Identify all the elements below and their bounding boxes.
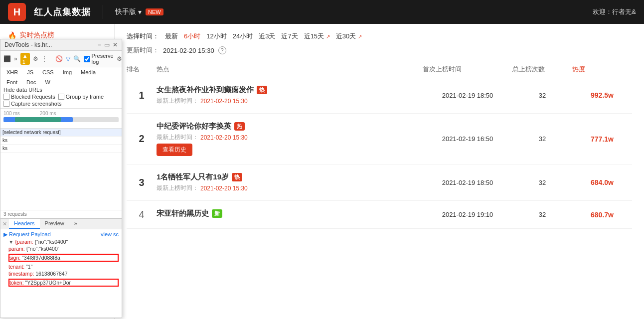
devtools-more-icon[interactable]: »: [14, 54, 17, 63]
item-subtitle-2: 最新上榜时间： 2021-02-20 15:30: [157, 133, 423, 142]
tab-headers[interactable]: Headers: [9, 219, 40, 229]
devtools-close-btn[interactable]: ✕: [113, 41, 118, 48]
help-icon[interactable]: ?: [218, 46, 226, 54]
rank-1: 1: [127, 90, 157, 101]
time-opt-3d[interactable]: 近3天: [259, 32, 275, 41]
item-subtitle-1: 最新上榜时间： 2021-02-20 15:30: [157, 97, 423, 105]
welcome-text: 欢迎：行者无&: [593, 7, 636, 16]
group-frame-checkbox[interactable]: [58, 94, 64, 100]
filter-tab-img[interactable]: Img: [60, 69, 75, 76]
payload-key-0: {param:: [15, 239, 33, 245]
time-opt-24h[interactable]: 24小时: [233, 32, 253, 41]
payload-title: ▶ Request Payload view sc: [3, 231, 119, 238]
hot-item-3: 3 1名牺牲军人只有19岁 热 最新上榜时间： 2021-02-20 15:30…: [127, 164, 632, 201]
payload-row-timestamp: timestamp: 16138067847: [8, 271, 119, 277]
request-item-1[interactable]: [selected network request]: [0, 129, 122, 137]
payload-row-tenant: tenant: "1": [8, 264, 119, 270]
preserve-log-label[interactable]: Preserve log: [84, 53, 114, 65]
item-title-4: 宋亚轩的黑历史 新: [157, 209, 423, 218]
devtools-bottom-panel: ✕ Headers Preview » ▶ Request Payload vi…: [0, 218, 122, 318]
devtools-titlebar: DevTools - ks.hr... − ▭ ✕: [0, 39, 122, 51]
devtools-minimize-btn[interactable]: −: [98, 41, 101, 48]
devtools-block-icon[interactable]: 🚫: [55, 54, 63, 63]
preserve-log-text: Preserve log: [92, 53, 114, 65]
devtools-settings-icon[interactable]: ⚙: [33, 54, 38, 63]
devtools-search-icon[interactable]: 🔍: [73, 54, 81, 63]
payload-tree: ▼ {param: {"no":"ks0400" param: {"no":"k…: [3, 239, 119, 288]
payload-val-token: "Y2Spp37UGn+Dor: [24, 280, 71, 286]
col-heat: 热度: [572, 65, 632, 74]
time-opt-6h[interactable]: 6小时: [184, 32, 200, 41]
warning-badge: ▲ 1: [20, 53, 30, 65]
nav-label: 快手版: [115, 7, 136, 16]
time-opt-latest[interactable]: 最新: [165, 32, 178, 41]
header-divider: [103, 5, 103, 19]
devtools-back-icon[interactable]: ⬛: [3, 54, 11, 63]
subtitle-time-3: 2021-02-20 15:30: [200, 185, 248, 192]
filter-type-row: XHR JS CSS Img Media Font Doc W: [3, 69, 119, 86]
devtools-filter-row: XHR JS CSS Img Media Font Doc W Hide dat…: [0, 67, 122, 109]
filter-tab-xhr[interactable]: XHR: [3, 69, 21, 76]
filter-options-row3: Capture screenshots: [3, 101, 119, 107]
time-opt-12h[interactable]: 12小时: [206, 32, 226, 41]
devtools-title-right: − ▭ ✕: [98, 41, 118, 48]
filter-tab-css[interactable]: CSS: [39, 69, 57, 76]
payload-val-1: {"no":"ks0400': [25, 246, 59, 252]
filter-tab-media[interactable]: Media: [78, 69, 99, 76]
payload-section-label: ▶ Request Payload: [3, 231, 51, 238]
item-title-2: 中纪委评论你好李换英 热: [157, 122, 423, 131]
expand-icon[interactable]: ▼: [8, 239, 15, 245]
update-time: 2021-02-20 15:30: [163, 47, 214, 54]
capture-checkbox[interactable]: [3, 101, 9, 107]
payload-val-timestamp: 16138067847: [34, 271, 67, 277]
filter-tab-font[interactable]: Font: [3, 79, 20, 86]
total-count-3: 32: [512, 179, 572, 186]
group-frame-option[interactable]: Group by frame: [58, 94, 104, 100]
devtools-settings2-icon[interactable]: ⚙: [117, 54, 122, 63]
rank-2: 2: [127, 133, 157, 145]
filter-tab-w[interactable]: W: [42, 79, 53, 86]
view-history-btn-2[interactable]: 查看历史: [157, 144, 192, 156]
devtools-filter-icon[interactable]: ▽: [66, 54, 70, 63]
item-title-text-3: 1名牺牲军人只有19岁: [157, 172, 229, 182]
heat-3: 684.0w: [572, 178, 632, 186]
timeline-track: [3, 117, 119, 122]
devtools-restore-btn[interactable]: ▭: [104, 41, 110, 48]
nav-chevron-icon: ▾: [138, 8, 142, 16]
request-item-3[interactable]: ks: [0, 145, 122, 153]
item-title-3: 1名牺牲军人只有19岁 热: [157, 172, 423, 182]
main-layout: 🔥 实时热点榜 DevTools - ks.hr... − ▭ ✕ ⬛ » ▲ …: [0, 24, 644, 319]
total-count-1: 32: [512, 92, 572, 99]
tab-preview[interactable]: Preview: [40, 219, 69, 229]
item-info-2: 中纪委评论你好李换英 热 最新上榜时间： 2021-02-20 15:30 查看…: [157, 122, 423, 156]
badge-hot-2: 热: [234, 122, 245, 131]
timeline-label-100: 100 ms: [3, 111, 20, 116]
request-item-2[interactable]: ks: [0, 137, 122, 145]
time-opt-7d[interactable]: 近7天: [281, 32, 298, 41]
time-opt-30d[interactable]: 近30天 ↗: [336, 32, 362, 41]
nav-kuaishou[interactable]: 快手版 ▾ NEW: [115, 7, 163, 16]
tab-more[interactable]: »: [69, 219, 82, 229]
payload-view-source[interactable]: view sc: [101, 231, 119, 238]
site-title: 红人点集数据: [34, 6, 91, 18]
hot-item-2: 2 中纪委评论你好李换英 热 最新上榜时间： 2021-02-20 15:30 …: [127, 114, 632, 164]
preserve-log-checkbox[interactable]: [84, 56, 90, 62]
blocked-requests-option[interactable]: Blocked Requests: [3, 94, 55, 100]
request-list[interactable]: [selected network request] ks ks: [0, 129, 122, 210]
time-filter-label: 选择时间：: [127, 32, 159, 41]
time-opt-15d[interactable]: 近15天 ↗: [304, 32, 330, 41]
sidebar: 🔥 实时热点榜 DevTools - ks.hr... − ▭ ✕ ⬛ » ▲ …: [0, 24, 115, 319]
badge-new-4: 新: [212, 209, 222, 218]
devtools-kebab-icon[interactable]: ⋮: [41, 54, 47, 63]
bottom-panel-close[interactable]: ✕: [2, 221, 7, 227]
item-info-4: 宋亚轩的黑历史 新: [157, 209, 423, 220]
payload-section: ▶ Request Payload view sc ▼ {param: {"no…: [3, 231, 119, 288]
subtitle-label-2: 最新上榜时间：: [157, 133, 198, 142]
blocked-checkbox[interactable]: [3, 94, 9, 100]
first-time-3: 2021-02-19 18:50: [423, 179, 512, 186]
filter-tab-doc[interactable]: Doc: [23, 79, 39, 86]
update-row: 更新时间： 2021-02-20 15:30 ?: [127, 46, 632, 55]
devtools-title: DevTools - ks.hr...: [4, 41, 52, 48]
filter-tab-js[interactable]: JS: [24, 69, 36, 76]
capture-screenshots-option[interactable]: Capture screenshots: [3, 101, 62, 107]
